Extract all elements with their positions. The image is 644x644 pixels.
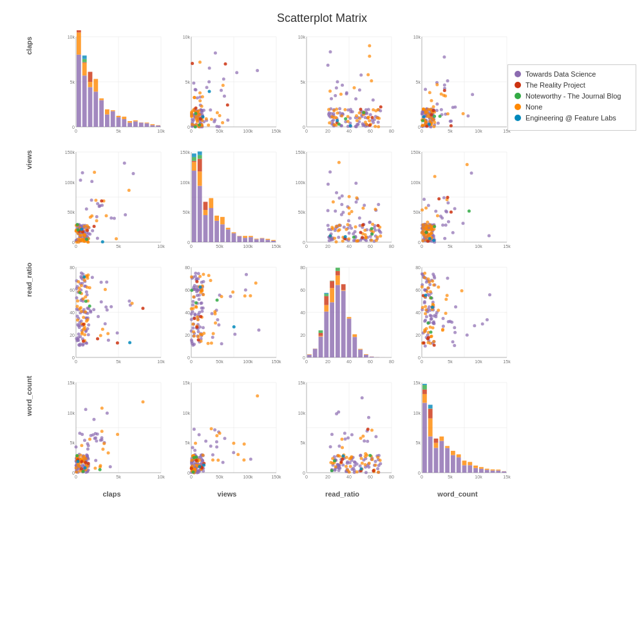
x-label-read-ratio: read_ratio xyxy=(286,489,399,498)
legend-item-efl: Engineering @ Feature Labs xyxy=(515,114,629,122)
y-label-word-count: word_count xyxy=(5,376,49,489)
legend: Towards Data Science The Reality Project… xyxy=(507,64,636,131)
cell-3-3 xyxy=(401,376,514,489)
legend-dot-none xyxy=(515,104,521,110)
cell-1-0 xyxy=(55,146,168,258)
x-label-word-count: word_count xyxy=(401,489,514,498)
cell-1-3 xyxy=(401,146,514,258)
cell-2-0 xyxy=(55,261,168,374)
cell-0-1 xyxy=(171,30,283,143)
cell-2-1 xyxy=(171,261,283,374)
cell-0-0 xyxy=(55,30,168,143)
legend-label-trp: The Reality Project xyxy=(526,81,585,89)
legend-item-tds: Towards Data Science xyxy=(515,70,629,78)
cell-1-1 xyxy=(171,146,283,258)
legend-dot-trp xyxy=(515,82,521,88)
y-label-claps: claps xyxy=(5,37,49,149)
legend-label-efl: Engineering @ Feature Labs xyxy=(526,114,616,122)
legend-label-none: None xyxy=(526,103,542,111)
cell-3-2 xyxy=(286,376,399,489)
y-labels: claps views read_ratio word_count xyxy=(5,30,49,489)
chart-container: Scatterplot Matrix claps views read_rati… xyxy=(0,0,644,644)
cell-3-1 xyxy=(171,376,283,489)
legend-label-tds: Towards Data Science xyxy=(526,70,596,78)
cell-3-0 xyxy=(55,376,168,489)
cell-0-2 xyxy=(286,30,399,143)
legend-dot-efl xyxy=(515,115,521,121)
y-label-views: views xyxy=(5,150,49,263)
legend-dot-tds xyxy=(515,71,521,77)
chart-title: Scatterplot Matrix xyxy=(0,0,644,30)
legend-label-ntjb: Noteworthy - The Journal Blog xyxy=(526,92,621,100)
x-label-claps: claps xyxy=(55,489,168,498)
legend-item-none: None xyxy=(515,103,629,111)
legend-dot-ntjb xyxy=(515,93,521,99)
x-labels: claps views read_ratio word_count xyxy=(55,489,644,500)
x-label-views: views xyxy=(171,489,283,498)
cell-2-2 xyxy=(286,261,399,374)
cell-1-2 xyxy=(286,146,399,258)
legend-item-trp: The Reality Project xyxy=(515,81,629,89)
matrix-grid xyxy=(55,30,514,489)
y-label-read-ratio: read_ratio xyxy=(5,263,49,375)
legend-item-ntjb: Noteworthy - The Journal Blog xyxy=(515,92,629,100)
cell-0-3 xyxy=(401,30,514,143)
cell-2-3 xyxy=(401,261,514,374)
